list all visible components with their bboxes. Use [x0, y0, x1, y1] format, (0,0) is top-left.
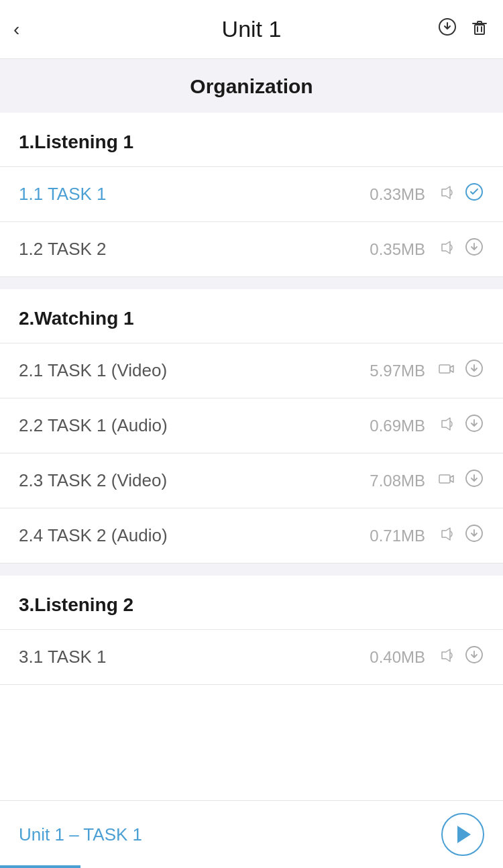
category-cat-3: 3.Listening 23.1 TASK 10.40MB — [0, 576, 503, 685]
category-cat-2: 2.Watching 12.1 TASK 1 (Video)5.97MB 2.2… — [0, 289, 503, 563]
task-size: 7.08MB — [365, 472, 425, 490]
header-actions — [460, 17, 490, 42]
section-header: Organization — [0, 59, 503, 113]
table-row[interactable]: 2.1 TASK 1 (Video)5.97MB — [0, 343, 503, 398]
task-label: 2.1 TASK 1 (Video) — [19, 360, 365, 381]
table-row[interactable]: 2.4 TASK 2 (Audio)0.71MB — [0, 508, 503, 563]
svg-marker-6 — [442, 241, 450, 254]
section-title: Organization — [19, 75, 484, 98]
audio-icon — [437, 239, 455, 260]
category-title-cat-2: 2.Watching 1 — [0, 289, 503, 343]
svg-marker-14 — [442, 528, 450, 540]
audio-icon — [437, 647, 455, 668]
download-icon[interactable] — [437, 17, 457, 42]
download-button[interactable] — [464, 358, 484, 383]
task-label: 1.1 TASK 1 — [19, 184, 365, 205]
svg-marker-10 — [442, 418, 450, 430]
video-icon — [437, 360, 455, 382]
back-icon: ‹ — [13, 19, 19, 40]
task-label: 2.4 TASK 2 (Audio) — [19, 525, 365, 546]
category-title-cat-1: 1.Listening 1 — [0, 113, 503, 166]
task-size: 0.35MB — [365, 240, 425, 259]
download-button[interactable] — [464, 645, 484, 669]
task-size: 0.40MB — [365, 648, 425, 667]
table-row[interactable]: 1.2 TASK 20.35MB — [0, 221, 503, 277]
table-row[interactable]: 2.2 TASK 1 (Audio)0.69MB — [0, 398, 503, 453]
svg-rect-8 — [439, 365, 450, 373]
header: ‹ Unit 1 — [0, 0, 503, 59]
download-button[interactable] — [464, 237, 484, 262]
trash-icon[interactable] — [469, 17, 490, 42]
task-size: 0.69MB — [365, 417, 425, 435]
download-button[interactable] — [464, 523, 484, 548]
svg-marker-4 — [442, 186, 450, 199]
task-size: 5.97MB — [365, 362, 425, 380]
content-area: 1.Listening 11.1 TASK 10.33MB 1.2 TASK 2… — [0, 113, 503, 759]
category-separator — [0, 277, 503, 289]
svg-rect-1 — [475, 25, 484, 34]
player-bar: Unit 1 – TASK 1 — [0, 800, 503, 868]
task-label: 2.2 TASK 1 (Audio) — [19, 415, 365, 436]
category-title-cat-3: 3.Listening 2 — [0, 576, 503, 629]
audio-icon — [437, 415, 455, 437]
audio-icon — [437, 525, 455, 547]
play-button[interactable] — [441, 813, 484, 856]
task-label: 3.1 TASK 1 — [19, 647, 365, 667]
task-size: 0.71MB — [365, 527, 425, 545]
table-row[interactable]: 1.1 TASK 10.33MB — [0, 166, 503, 221]
video-icon — [437, 470, 455, 492]
table-row[interactable]: 2.3 TASK 2 (Video)7.08MB — [0, 453, 503, 508]
player-label: Unit 1 – TASK 1 — [19, 824, 441, 845]
page-title: Unit 1 — [43, 16, 460, 42]
task-label: 1.2 TASK 2 — [19, 239, 365, 260]
download-button[interactable] — [464, 413, 484, 438]
audio-icon — [437, 184, 455, 205]
play-icon — [457, 826, 471, 843]
downloaded-icon[interactable] — [464, 182, 484, 207]
download-button[interactable] — [464, 468, 484, 493]
progress-bar — [0, 865, 80, 868]
category-separator — [0, 563, 503, 576]
table-row[interactable]: 3.1 TASK 10.40MB — [0, 629, 503, 685]
back-button[interactable]: ‹ — [13, 19, 43, 40]
task-label: 2.3 TASK 2 (Video) — [19, 470, 365, 491]
svg-rect-12 — [439, 475, 450, 483]
task-size: 0.33MB — [365, 185, 425, 204]
category-cat-1: 1.Listening 11.1 TASK 10.33MB 1.2 TASK 2… — [0, 113, 503, 277]
svg-marker-16 — [442, 649, 450, 661]
